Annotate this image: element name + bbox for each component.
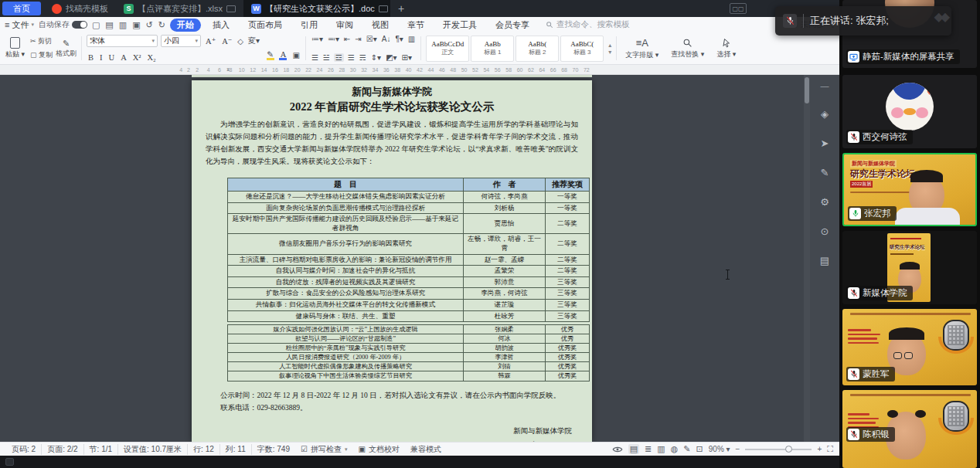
align-justify-icon[interactable]: ☰	[347, 53, 356, 62]
vertical-scrollbar[interactable]	[804, 75, 810, 442]
export-icon[interactable]: ▥	[119, 20, 127, 30]
horizontal-ruler[interactable]: 42 2468101214161820222426283032343638404…	[0, 65, 839, 75]
style-card[interactable]: AaBbC( 标题 3	[560, 36, 604, 62]
document-page[interactable]: 新闻与新媒体学院 2022 年首届研究生学术论坛获奖论文公示 为增强学生的创新意…	[192, 80, 592, 442]
copy-button[interactable]: ▢ 复制	[30, 50, 53, 60]
border-icon[interactable]: ⊞▾	[401, 53, 413, 62]
quick-tools-icon[interactable]: ◈	[821, 108, 829, 120]
format-button[interactable]: A	[119, 53, 128, 62]
align-right-icon[interactable]: ☲	[334, 53, 344, 62]
decrease-indent-icon[interactable]: ⇤	[343, 35, 351, 43]
style-card[interactable]: AaBbCcDd 正文	[426, 36, 469, 62]
select-button[interactable]: 选择 ▾	[713, 34, 740, 63]
format-button[interactable]: X₂	[145, 53, 157, 62]
ribbon-tab-devtools[interactable]: 开发工具	[436, 19, 484, 32]
book-view-icon[interactable]: ▥	[657, 444, 665, 454]
format-button[interactable]: U	[107, 53, 117, 62]
ribbon-tab-home[interactable]: 开始	[170, 19, 201, 32]
window-mode-icon[interactable]: ▢▢	[730, 3, 747, 14]
tab-xlsx[interactable]: S 【点评嘉宾安排】.xlsx	[116, 0, 243, 17]
shading-icon[interactable]: ◩▾	[385, 53, 397, 62]
print-icon[interactable]: ▤	[105, 20, 113, 30]
format-button[interactable]: B	[87, 53, 95, 62]
cut-button[interactable]: ✂ 剪切	[30, 36, 53, 46]
zoom-slider-thumb[interactable]	[785, 446, 792, 453]
highlight-color-button[interactable]: ✎	[265, 49, 276, 60]
home-tab[interactable]: 首页	[2, 2, 41, 15]
new-tab-button[interactable]: +	[390, 2, 412, 15]
number-list-icon[interactable]: ≕▾	[327, 35, 340, 43]
video-tile-xinmeiti[interactable]: 研究生学术论坛 新媒体学院	[842, 231, 977, 304]
ribbon-tab-review[interactable]: 审阅	[329, 19, 360, 32]
format-button[interactable]: I	[98, 53, 104, 62]
asian-layout-icon[interactable]: ☒▾	[366, 35, 378, 43]
zoom-out-button[interactable]: −	[736, 445, 740, 453]
undo-icon[interactable]: ↺	[146, 20, 153, 30]
save-icon[interactable]: ▢	[92, 20, 100, 30]
align-left-icon[interactable]: ☰	[311, 53, 319, 62]
tab-doc-active[interactable]: W 【研究生论文获奖公示】.doc	[243, 0, 390, 17]
columns-icon[interactable]: ▥	[407, 35, 416, 43]
phonetic-guide-icon[interactable]: 変▾	[247, 36, 260, 46]
style-card[interactable]: AaBb( 标题 2	[516, 36, 559, 62]
read-mode-icon[interactable]: ▤	[820, 255, 829, 266]
text-layout-button[interactable]: ≡A 文字排版 ▾	[621, 34, 662, 63]
font-size-select[interactable]: 小四▾	[161, 35, 201, 47]
align-center-icon[interactable]: ☱	[322, 53, 331, 62]
pen-view-icon[interactable]: ✎	[683, 444, 690, 454]
font-name-select[interactable]: 宋体▾	[87, 35, 158, 47]
outline-view-icon[interactable]: ≣	[645, 444, 652, 454]
page-view-icon[interactable]: ▤	[628, 444, 639, 454]
annotate-pen-icon[interactable]: ✎	[821, 167, 829, 178]
ribbon-tab-section[interactable]: 章节	[400, 19, 431, 32]
web-view-icon[interactable]: ◍	[671, 444, 679, 454]
style-scroll-up-icon[interactable]: ▴	[608, 42, 611, 49]
paste-button[interactable]: 粘贴 ▾	[3, 35, 27, 62]
ribbon-tab-insert[interactable]: 插入	[206, 19, 236, 32]
history-icon[interactable]: ⊙	[821, 226, 829, 237]
ribbon-tab-reference[interactable]: 引用	[294, 19, 325, 32]
clear-format-icon[interactable]: ◇	[236, 37, 244, 46]
spell-check-toggle[interactable]: ☑ 拼写检查 ▾	[295, 444, 352, 455]
format-button[interactable]: X²	[131, 53, 143, 62]
sort-icon[interactable]: A↓	[381, 35, 392, 43]
indent-marker-icon[interactable]: ⧗	[226, 67, 230, 73]
line-spacing-icon[interactable]: ⇕▾	[370, 53, 382, 62]
zoom-slider[interactable]	[745, 449, 812, 450]
show-marks-icon[interactable]: ¶▾	[394, 35, 403, 43]
autosave-toggle[interactable]: 自动保存	[39, 19, 87, 30]
video-tile-zhanghongbang[interactable]: 新闻与新媒体学院 研究生学术论坛 2022首届 张宏邦	[842, 153, 977, 226]
collapse-icon[interactable]: —	[821, 81, 829, 90]
zoom-value[interactable]: 90% ▾	[709, 445, 730, 453]
zoom-in-button[interactable]: +	[817, 445, 822, 453]
ribbon-tab-view[interactable]: 视图	[365, 19, 396, 32]
video-tile-mengshengjun[interactable]: 蒙胜军	[842, 309, 977, 385]
adjust-settings-icon[interactable]: ⚙	[820, 196, 829, 208]
bullet-list-icon[interactable]: ≔▾	[311, 35, 324, 43]
format-painter-button[interactable]: ✎ 格式刷	[56, 35, 77, 62]
command-search-input[interactable]: 查找命令、搜索模板	[546, 19, 630, 30]
style-scroll-down-icon[interactable]: ▾	[608, 49, 611, 56]
find-replace-button[interactable]: 查找替换 ▾	[667, 34, 708, 63]
doc-proof-button[interactable]: ▣ 文档校对	[352, 444, 404, 455]
preview-icon[interactable]: ▣	[132, 20, 140, 30]
file-menu[interactable]: ≡ 文件 ▾	[5, 19, 34, 31]
char-shading-icon[interactable]: ▣	[291, 51, 300, 59]
shrink-font-button[interactable]: A⁻	[220, 36, 233, 46]
select-tool-icon[interactable]: ➤	[821, 137, 829, 149]
fit-page-icon[interactable]: ⊡	[696, 444, 703, 454]
tab-template[interactable]: 找稿壳模板	[44, 0, 116, 17]
eye-protect-icon[interactable]	[612, 446, 623, 453]
scrollbar-thumb[interactable]	[805, 77, 809, 103]
video-tile-heshixian[interactable]: ♥ 西交何诗弦	[842, 75, 977, 148]
ribbon-tab-layout[interactable]: 页面布局	[241, 19, 289, 32]
mic-muted-icon[interactable]	[783, 14, 797, 28]
style-card[interactable]: AaBb 标题 1	[471, 36, 514, 62]
grow-font-button[interactable]: A⁺	[204, 36, 217, 46]
redo-icon[interactable]: ↻	[158, 20, 165, 30]
fullscreen-icon[interactable]: ⛶	[827, 444, 833, 454]
distribute-icon[interactable]: ☴	[359, 53, 367, 62]
video-tile-chenjiyin[interactable]: 陈积银	[842, 390, 977, 468]
increase-indent-icon[interactable]: ⇥	[354, 35, 362, 43]
font-color-button[interactable]: A	[279, 50, 289, 60]
